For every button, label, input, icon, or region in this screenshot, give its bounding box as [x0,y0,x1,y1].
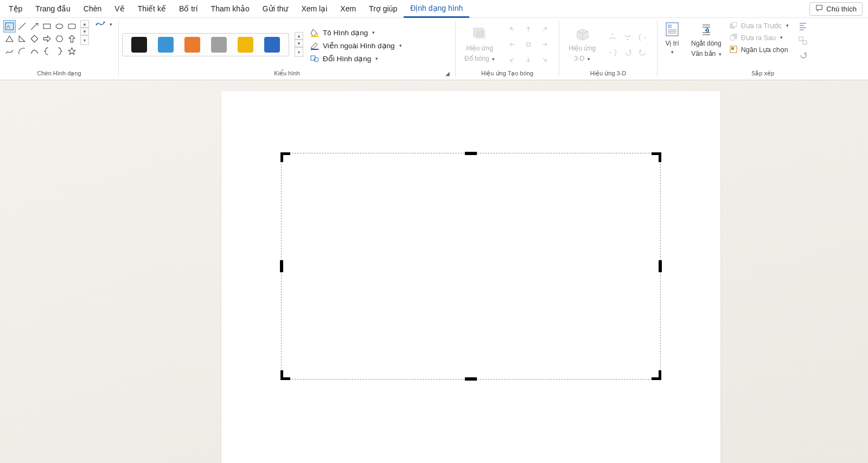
send-backward-label: Đưa ra Sau [741,34,776,42]
menu-references[interactable]: Tham khảo [205,0,256,18]
edit-shape-dropdown[interactable]: ▾ [95,20,112,29]
crop-handle-tl[interactable] [280,152,283,162]
shape-triangle-icon[interactable] [3,33,16,45]
nudge-upright-icon[interactable] [537,22,552,36]
shape-line-icon[interactable] [16,20,28,33]
crop-handle-left[interactable] [280,260,283,272]
nudge-right-icon[interactable] [537,37,552,52]
crop-handle-top[interactable] [465,152,477,155]
menu-file[interactable]: Tệp [2,0,29,18]
scroll-down-icon[interactable]: ▼ [80,28,89,35]
crop-handle-bl[interactable] [280,370,283,380]
group-dropdown[interactable] [796,34,809,47]
menu-draw[interactable]: Vẽ [108,0,131,18]
scroll-more-icon[interactable]: ▾ [295,47,303,57]
shape-freeform-icon[interactable] [3,45,16,57]
shape-arrow-line-icon[interactable] [28,20,41,33]
tilt-right-icon[interactable] [636,30,650,44]
dialog-launcher-icon[interactable]: ◢ [445,70,450,76]
scroll-up-icon[interactable]: ▲ [295,32,303,40]
shape-brace-l-icon[interactable] [41,45,53,57]
crop-handle-tr[interactable] [659,152,661,162]
crop-handle-right[interactable] [659,260,662,272]
wrap-text-dropdown[interactable]: Ngắt dòng Văn bản ▾ [689,20,724,59]
tilt-up-icon[interactable] [605,30,620,44]
swatch-blue[interactable] [264,37,280,53]
svg-rect-9 [311,36,318,37]
shape-gallery[interactable]: A [3,20,78,57]
menu-layout[interactable]: Bố trí [173,0,205,18]
scroll-more-icon[interactable]: ▾ [80,35,89,45]
tilt-left-icon[interactable] [605,45,620,59]
nudge-downright-icon[interactable] [537,53,552,67]
chevron-down-icon: ▾ [786,23,789,28]
svg-rect-17 [668,24,672,28]
shape-hexagon-icon[interactable] [53,33,66,45]
rotate-dropdown[interactable] [796,48,809,61]
shape-star-icon[interactable] [66,45,78,57]
shape-arc-icon[interactable] [16,45,28,57]
menu-picture-format[interactable]: Định dạng hình [404,0,469,18]
shape-ellipse-icon[interactable] [53,20,66,33]
tilt-cw-icon[interactable] [621,45,635,59]
shadow-label-1: Hiệu ứng [466,44,493,53]
swatch-gray[interactable] [211,37,227,53]
swatch-lightblue[interactable] [158,37,174,53]
svg-rect-15 [527,43,530,46]
svg-rect-6 [68,24,75,29]
shape-rect-icon[interactable] [41,20,53,33]
nudge-upleft-icon[interactable] [505,22,520,36]
menu-mailings[interactable]: Gửi thư [256,0,295,18]
group-label-insert-shape: Chèn Hình dạng [3,69,115,79]
selection-pane-button[interactable]: Ngăn Lựa chọn [729,45,789,54]
menu-view[interactable]: Xem [334,0,362,18]
nudge-left-icon[interactable] [505,37,520,52]
shape-fill-dropdown[interactable]: Tô Hình dạng▾ [310,28,402,37]
align-dropdown[interactable] [796,20,809,33]
shape-arrow-up-icon[interactable] [66,33,78,45]
send-backward-dropdown[interactable]: Đưa ra Sau▾ [729,33,789,42]
shape-outline-dropdown[interactable]: Viền ngoài Hình dạng▾ [310,41,402,50]
nudge-up-icon[interactable] [521,22,536,36]
paint-bucket-icon [310,28,320,37]
chevron-down-icon: ▾ [671,49,674,55]
nudge-center-icon[interactable] [521,37,536,52]
scroll-up-icon[interactable]: ▲ [80,20,89,28]
menu-home[interactable]: Trang đầu [29,0,77,18]
shape-rrect-icon[interactable] [66,20,78,33]
change-shape-dropdown[interactable]: Đổi Hình dạng▾ [310,54,402,63]
bring-forward-dropdown[interactable]: Đưa ra Trước▾ [729,21,789,30]
menu-help[interactable]: Trợ giúp [362,0,404,18]
menu-insert[interactable]: Chèn [77,0,108,18]
svg-rect-25 [730,36,735,40]
send-backward-icon [729,33,738,42]
shape-diamond-icon[interactable] [28,33,41,45]
position-dropdown[interactable]: Vị trí▾ [661,20,684,57]
swatch-black[interactable] [131,37,147,53]
change-shape-icon [310,54,320,63]
menu-review[interactable]: Xem lại [295,0,334,18]
menu-design[interactable]: Thiết kế [131,0,173,18]
shape-rtriangle-icon[interactable] [16,33,28,45]
swatch-orange[interactable] [184,37,200,53]
crop-selection-rect[interactable] [281,153,661,380]
shadow-effects-dropdown[interactable]: Hiệu ứng Đổ bóng ▾ [462,25,497,64]
tilt-down-icon[interactable] [621,30,635,44]
tilt-ccw-icon[interactable] [636,45,650,59]
shape-arrow-right-icon[interactable] [41,33,53,45]
shadow-icon [470,26,489,42]
scroll-down-icon[interactable]: ▼ [295,40,303,47]
shape-textbox-icon[interactable]: A [3,20,16,33]
shape-brace-r-icon[interactable] [53,45,66,57]
group-icon [798,36,808,46]
3d-effects-dropdown[interactable]: Hiệu ứng 3-D ▾ [566,25,598,64]
shape-curve-icon[interactable] [28,45,41,57]
crop-handle-bottom[interactable] [465,377,477,381]
nudge-downleft-icon[interactable] [505,53,520,67]
comments-button[interactable]: Chú thích [809,2,863,16]
nudge-down-icon[interactable] [521,53,536,67]
crop-handle-br[interactable] [659,370,661,380]
swatch-yellow[interactable] [238,37,253,53]
chevron-down-icon: ▾ [719,52,722,57]
chevron-down-icon: ▾ [372,30,375,35]
